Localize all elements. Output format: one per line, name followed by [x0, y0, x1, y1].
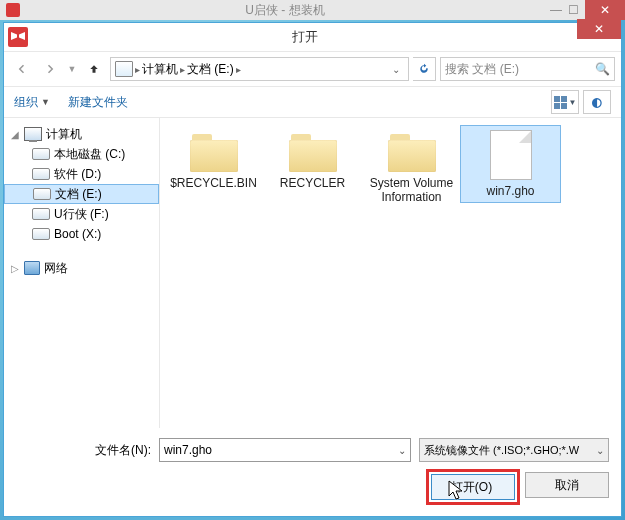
folder-item[interactable]: $RECYCLE.BIN — [164, 126, 263, 194]
filename-value: win7.gho — [164, 443, 212, 457]
nav-forward-button — [38, 57, 62, 81]
nav-bar: ▼ ▸ 计算机 ▸ 文档 (E:) ▸ ⌄ 搜索 文档 (E:) 🔍 — [4, 52, 621, 87]
bg-title-text: U启侠 - 想装机 — [26, 2, 544, 19]
toolbar: 组织▼ 新建文件夹 ▼ ◐ — [4, 87, 621, 118]
nav-recent-dropdown[interactable]: ▼ — [66, 57, 78, 81]
file-type-filter[interactable]: 系统镜像文件 (*.ISO;*.GHO;*.W ⌄ — [419, 438, 609, 462]
computer-icon — [24, 127, 42, 141]
open-button[interactable]: 打开(O) — [431, 474, 515, 500]
drive-icon — [32, 208, 50, 220]
tree-drive-d[interactable]: 软件 (D:) — [4, 164, 159, 184]
help-button[interactable]: ◐ — [583, 90, 611, 114]
nav-up-button[interactable] — [82, 57, 106, 81]
file-item-selected[interactable]: win7.gho — [461, 126, 560, 202]
new-folder-button[interactable]: 新建文件夹 — [68, 94, 128, 111]
chevron-right-icon: ▸ — [135, 64, 140, 75]
dialog-title: 打开 — [32, 28, 577, 46]
filename-label: 文件名(N): — [16, 442, 151, 459]
crumb-location[interactable]: 文档 (E:) — [187, 61, 234, 78]
folder-icon — [388, 134, 436, 172]
item-label: System Volume Information — [364, 176, 459, 204]
file-icon — [490, 130, 532, 180]
search-icon: 🔍 — [595, 62, 610, 76]
item-label: $RECYCLE.BIN — [170, 176, 257, 190]
tree-drive-e[interactable]: 文档 (E:) — [4, 184, 159, 204]
background-window-title: U启侠 - 想装机 —☐ ✕ — [0, 0, 625, 20]
drive-icon — [32, 148, 50, 160]
dropdown-icon[interactable]: ⌄ — [596, 445, 604, 456]
organize-button[interactable]: 组织▼ — [14, 94, 50, 111]
network-icon — [24, 261, 40, 275]
crumb-dropdown[interactable]: ⌄ — [388, 64, 404, 75]
expand-icon[interactable]: ▷ — [10, 263, 20, 274]
dialog-titlebar: 打开 ✕ — [4, 23, 621, 52]
computer-icon — [115, 61, 133, 77]
folder-item[interactable]: RECYCLER — [263, 126, 362, 194]
tree-drive-f[interactable]: U行侠 (F:) — [4, 204, 159, 224]
collapse-icon[interactable]: ◢ — [10, 129, 20, 140]
view-options-button[interactable]: ▼ — [551, 90, 579, 114]
sidebar: ◢计算机 本地磁盘 (C:) 软件 (D:) 文档 (E:) U行侠 (F:) … — [4, 118, 160, 428]
item-label: RECYCLER — [280, 176, 345, 190]
filter-text: 系统镜像文件 (*.ISO;*.GHO;*.W — [424, 443, 579, 458]
chevron-right-icon: ▸ — [236, 64, 241, 75]
app-icon — [8, 27, 28, 47]
search-placeholder: 搜索 文档 (E:) — [445, 61, 519, 78]
item-label: win7.gho — [486, 184, 534, 198]
bg-close-button[interactable]: ✕ — [585, 0, 625, 20]
bg-app-icon — [6, 3, 20, 17]
close-button[interactable]: ✕ — [577, 19, 621, 39]
breadcrumb[interactable]: ▸ 计算机 ▸ 文档 (E:) ▸ ⌄ — [110, 57, 409, 81]
filename-input[interactable]: win7.gho ⌄ — [159, 438, 411, 462]
crumb-computer[interactable]: 计算机 — [142, 61, 178, 78]
drive-icon — [33, 188, 51, 200]
open-file-dialog: 打开 ✕ ▼ ▸ 计算机 ▸ 文档 (E:) ▸ ⌄ 搜索 文档 (E:) 🔍 — [3, 22, 622, 517]
nav-back-button — [10, 57, 34, 81]
drive-icon — [32, 228, 50, 240]
folder-icon — [289, 134, 337, 172]
tree-computer[interactable]: ◢计算机 — [4, 124, 159, 144]
dropdown-icon[interactable]: ⌄ — [398, 445, 406, 456]
open-button-highlight: 打开(O) — [429, 472, 517, 502]
dialog-footer: 文件名(N): win7.gho ⌄ 系统镜像文件 (*.ISO;*.GHO;*… — [4, 428, 621, 516]
refresh-button[interactable] — [413, 57, 436, 81]
tree-drive-x[interactable]: Boot (X:) — [4, 224, 159, 244]
drive-icon — [32, 168, 50, 180]
cancel-button[interactable]: 取消 — [525, 472, 609, 498]
chevron-right-icon: ▸ — [180, 64, 185, 75]
folder-item[interactable]: System Volume Information — [362, 126, 461, 208]
folder-icon — [190, 134, 238, 172]
tree-network[interactable]: ▷网络 — [4, 258, 159, 278]
file-list[interactable]: $RECYCLE.BIN RECYCLER System Volume Info… — [160, 118, 621, 428]
tree-drive-c[interactable]: 本地磁盘 (C:) — [4, 144, 159, 164]
search-input[interactable]: 搜索 文档 (E:) 🔍 — [440, 57, 615, 81]
